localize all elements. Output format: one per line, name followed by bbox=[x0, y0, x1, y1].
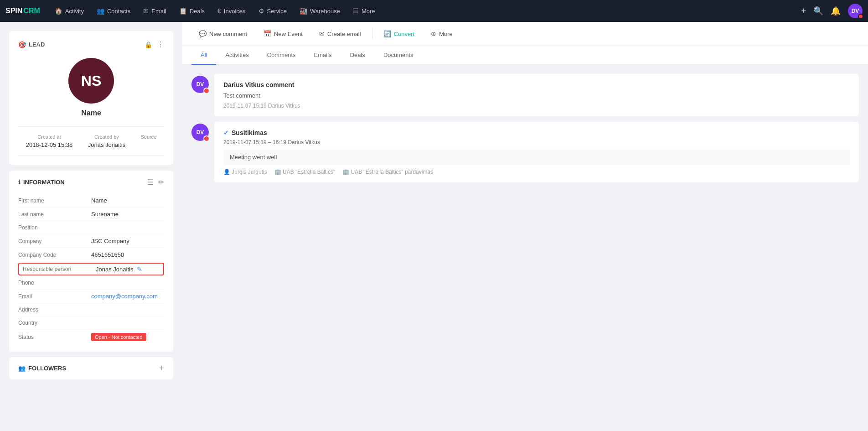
new-comment-button[interactable]: 💬 New comment bbox=[191, 26, 254, 41]
service-icon: ⚙ bbox=[258, 7, 264, 15]
action-bar: 💬 New comment 📅 New Event ✉ Create email… bbox=[182, 22, 868, 46]
create-email-label: Create email bbox=[327, 31, 361, 37]
meeting-title-row: ✓Susitikimas bbox=[223, 129, 850, 136]
activity-card-meeting-1: ✓Susitikimas2019-11-07 15:19 – 16:19 Dar… bbox=[214, 122, 859, 182]
tab-deals[interactable]: Deals bbox=[341, 46, 374, 65]
email-link[interactable]: company@company.com bbox=[91, 293, 158, 300]
logo-crm: CRM bbox=[23, 7, 40, 15]
lead-badge-icon: 🎯 bbox=[18, 41, 26, 48]
tab-emails[interactable]: Emails bbox=[305, 46, 341, 65]
activity-avatar-badge bbox=[203, 135, 210, 142]
lead-options-icon[interactable]: ⋮ bbox=[157, 40, 164, 49]
new-event-label: New Event bbox=[274, 31, 303, 37]
lead-avatar-wrap: NS Name bbox=[18, 58, 164, 117]
info-value-company: JSC Company bbox=[91, 238, 164, 244]
activity-feed: DVDarius Vitkus commentTest comment2019-… bbox=[182, 65, 868, 431]
info-value-responsible: Jonas Jonaitis✎ bbox=[96, 265, 160, 273]
nav-warehouse[interactable]: 🏭 Warehouse bbox=[294, 4, 346, 18]
nav-email[interactable]: ✉ Email bbox=[138, 4, 172, 18]
info-card-title: ℹ INFORMATION bbox=[18, 179, 65, 186]
nav-more[interactable]: ☰ More bbox=[347, 4, 381, 18]
tab-documents[interactable]: Documents bbox=[374, 46, 423, 65]
info-row-responsible: Responsible personJonas Jonaitis✎ bbox=[18, 263, 164, 275]
nav-invoices[interactable]: € Invoices bbox=[212, 4, 251, 18]
info-row-company_code: Company Code4651651650 bbox=[18, 248, 164, 262]
new-event-button[interactable]: 📅 New Event bbox=[256, 26, 310, 41]
info-card-header: ℹ INFORMATION ☰ ✏ bbox=[18, 178, 164, 187]
contacts-icon: 👥 bbox=[97, 7, 104, 15]
meeting-meta-item: 👤 Jurgis Jurgutis bbox=[223, 169, 267, 175]
avatar-initials: DV bbox=[852, 8, 859, 14]
search-button[interactable]: 🔍 bbox=[813, 6, 823, 16]
nav-invoices-label: Invoices bbox=[224, 8, 246, 15]
info-row-email: Emailcompany@company.com bbox=[18, 290, 164, 303]
status-badge: Open - Not contacted bbox=[91, 333, 146, 341]
lead-badge: 🎯 LEAD bbox=[18, 41, 45, 48]
info-row-position: Position bbox=[18, 221, 164, 234]
activity-body: Test comment bbox=[223, 92, 850, 99]
lead-name: Name bbox=[81, 109, 101, 117]
info-fields: First nameNameLast nameSurenamePositionC… bbox=[18, 194, 164, 344]
information-card: ℹ INFORMATION ☰ ✏ First nameNameLast nam… bbox=[9, 171, 173, 352]
create-email-button[interactable]: ✉ Create email bbox=[312, 26, 368, 41]
info-label-company_code: Company Code bbox=[18, 252, 91, 258]
followers-card-header: 👥 FOLLOWERS + bbox=[18, 363, 164, 373]
info-row-country: Country bbox=[18, 317, 164, 330]
tab-activities[interactable]: Activities bbox=[216, 46, 258, 65]
info-label-status: Status bbox=[18, 334, 91, 340]
nav-contacts[interactable]: 👥 Contacts bbox=[91, 4, 136, 18]
nav-deals[interactable]: 📋 Deals bbox=[174, 4, 210, 18]
logo[interactable]: SPINCRM bbox=[5, 7, 40, 15]
convert-icon: 🔄 bbox=[383, 30, 391, 37]
lead-card-actions: 🔒 ⋮ bbox=[145, 40, 164, 49]
info-label-phone: Phone bbox=[18, 280, 91, 286]
action-divider bbox=[372, 28, 372, 39]
followers-add-button[interactable]: + bbox=[159, 363, 164, 373]
notifications-button[interactable]: 🔔 bbox=[831, 6, 841, 16]
info-label-address: Address bbox=[18, 306, 91, 313]
add-button[interactable]: + bbox=[801, 6, 806, 16]
lead-avatar: NS bbox=[68, 58, 114, 104]
tabs-bar: All Activities Comments Emails Deals Doc… bbox=[182, 46, 868, 65]
nav-service-label: Service bbox=[267, 8, 287, 15]
activity-avatar-badge bbox=[203, 88, 210, 94]
convert-button[interactable]: 🔄 Convert bbox=[376, 26, 422, 41]
more-label: More bbox=[439, 31, 453, 37]
meeting-check-icon: ✓ bbox=[223, 129, 229, 136]
more-icon: ☰ bbox=[353, 7, 359, 15]
created-by-label: Created by bbox=[94, 134, 119, 140]
lead-avatar-initials: NS bbox=[81, 73, 101, 89]
user-avatar[interactable]: DV bbox=[848, 4, 863, 18]
created-by-value: Jonas Jonaitis bbox=[88, 141, 125, 148]
activity-item-comment-1: DVDarius Vitkus commentTest comment2019-… bbox=[191, 74, 859, 116]
tab-all[interactable]: All bbox=[191, 46, 216, 65]
nav-activity-label: Activity bbox=[65, 8, 84, 15]
invoices-icon: € bbox=[217, 7, 221, 15]
followers-card: 👥 FOLLOWERS + bbox=[9, 357, 173, 379]
nav-links: 🏠 Activity 👥 Contacts ✉ Email 📋 Deals € … bbox=[49, 4, 801, 18]
nav-activity[interactable]: 🏠 Activity bbox=[49, 4, 89, 18]
activity-title: Darius Vitkus comment bbox=[223, 81, 850, 88]
info-list-button[interactable]: ☰ bbox=[147, 178, 154, 187]
info-label-first_name: First name bbox=[18, 197, 91, 204]
activity-meta: 2019-11-07 15:19 Darius Vitkus bbox=[223, 103, 850, 109]
info-value-last_name: Surename bbox=[91, 211, 164, 218]
nav-service[interactable]: ⚙ Service bbox=[253, 4, 292, 18]
nav-more-label: More bbox=[362, 8, 375, 15]
lead-meta-created-by: Created by Jonas Jonaitis bbox=[88, 134, 125, 148]
meeting-title: Susitikimas bbox=[232, 129, 267, 136]
avatar-badge bbox=[858, 14, 863, 19]
info-value-status: Open - Not contacted bbox=[91, 333, 164, 341]
info-row-last_name: Last nameSurename bbox=[18, 208, 164, 221]
new-comment-label: New comment bbox=[209, 31, 247, 37]
meeting-meta: 👤 Jurgis Jurgutis🏢 UAB "Estrella Baltics… bbox=[223, 169, 850, 175]
lead-badge-text: LEAD bbox=[29, 41, 45, 48]
more-actions-button[interactable]: ⊕ More bbox=[424, 26, 460, 41]
info-edit-button[interactable]: ✏ bbox=[158, 178, 164, 187]
plus-icon: ⊕ bbox=[431, 30, 436, 37]
activity-item-meeting-1: DV✓Susitikimas2019-11-07 15:19 – 16:19 D… bbox=[191, 122, 859, 182]
created-at-label: Created at bbox=[37, 134, 61, 140]
nav-contacts-label: Contacts bbox=[107, 8, 130, 15]
edit-responsible-icon[interactable]: ✎ bbox=[137, 265, 142, 273]
tab-comments[interactable]: Comments bbox=[258, 46, 305, 65]
